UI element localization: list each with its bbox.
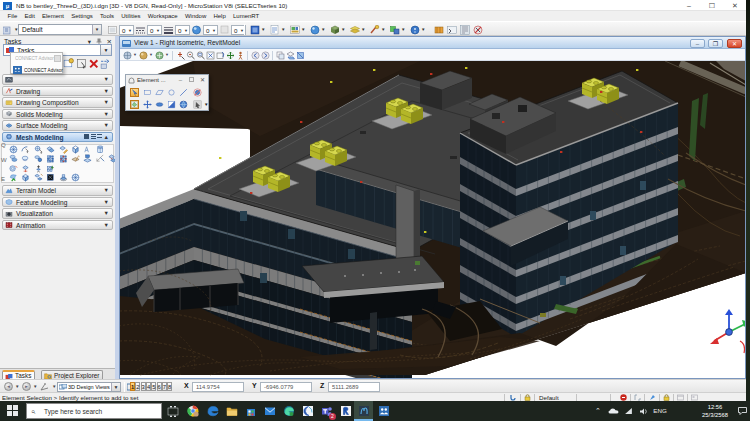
tray-chevron-icon[interactable]: ⌃ xyxy=(592,401,604,421)
delete-element-icon[interactable] xyxy=(88,58,99,69)
coord-y-value[interactable]: -6946.0779 xyxy=(260,382,312,392)
menu-file[interactable]: File xyxy=(4,11,21,21)
menu-workspace[interactable]: Workspace xyxy=(144,11,181,21)
dropdown-arrow-icon[interactable]: ▼ xyxy=(156,28,160,33)
point-clouds-icon[interactable] xyxy=(310,25,320,35)
menu-help[interactable]: Help xyxy=(210,11,230,21)
coord-z-value[interactable]: 5111.2689 xyxy=(328,382,380,392)
raster-manager-icon[interactable] xyxy=(290,25,300,35)
element-info-icon[interactable] xyxy=(370,25,380,35)
icon-view-list[interactable] xyxy=(91,134,96,139)
mesh-tool-icon-15[interactable] xyxy=(83,154,93,164)
taskbar-search-box[interactable]: ⌕ Type here to search xyxy=(26,403,162,419)
more-options-arrow-icon[interactable]: ▼ xyxy=(204,102,208,107)
active-line-weight-control-icon[interactable] xyxy=(164,25,174,35)
view-toggle-8[interactable]: 8 xyxy=(167,382,172,391)
expand-icon[interactable]: ▼ xyxy=(104,75,109,84)
back-button[interactable]: ◄ xyxy=(4,382,13,391)
active-color-control[interactable]: 0▼ xyxy=(119,25,134,35)
pointer-mode-icon[interactable] xyxy=(193,100,202,109)
icon-view-grid[interactable] xyxy=(84,134,89,139)
action-center-icon[interactable] xyxy=(738,407,747,415)
speaker-icon[interactable] xyxy=(640,408,648,415)
start-button[interactable] xyxy=(0,401,26,421)
select-all-icon[interactable] xyxy=(179,100,188,109)
expand-icon[interactable]: ▼ xyxy=(104,121,109,130)
view-group-arrow-icon[interactable]: ▼ xyxy=(111,383,120,391)
dropdown-arrow-icon[interactable]: ▼ xyxy=(281,27,285,32)
selection-set-icon[interactable] xyxy=(649,394,656,401)
fence-tool-icon[interactable] xyxy=(63,58,74,69)
dropdown-arrow-icon[interactable]: ▼ xyxy=(341,27,345,32)
menu-element[interactable]: Element xyxy=(38,11,67,21)
view-toggle-3[interactable]: 3 xyxy=(141,382,146,391)
menu-edit[interactable]: Edit xyxy=(21,11,39,21)
zoom-in-icon[interactable] xyxy=(176,51,185,60)
active-color-control-icon[interactable] xyxy=(108,25,118,35)
view-attributes-icon[interactable] xyxy=(155,51,164,60)
task-section-animation[interactable]: Animation▼ xyxy=(2,220,113,231)
copy-view-icon[interactable] xyxy=(276,51,285,60)
mesh-tool-icon-24[interactable] xyxy=(34,173,44,183)
mode-invert-icon[interactable] xyxy=(167,100,176,109)
revit-icon[interactable] xyxy=(336,401,355,421)
active-line-style-control-icon[interactable] xyxy=(136,25,146,35)
view-next-icon[interactable] xyxy=(261,51,270,60)
key-in-icon[interactable] xyxy=(447,25,457,35)
analyze-icon[interactable] xyxy=(460,25,470,35)
task-section-terrain-model[interactable]: Terrain Model▼ xyxy=(2,185,113,196)
onedrive-icon[interactable] xyxy=(608,408,619,414)
task-view-button[interactable] xyxy=(163,401,182,421)
element-template-icon[interactable] xyxy=(3,25,13,35)
view-minimize-button[interactable]: – xyxy=(690,39,705,48)
edge-icon[interactable] xyxy=(203,401,222,421)
expand-icon[interactable]: ▼ xyxy=(104,209,109,218)
view-restore-button[interactable]: ❐ xyxy=(708,39,723,48)
accudraw-icon[interactable] xyxy=(434,25,444,35)
menu-settings[interactable]: Settings xyxy=(68,11,97,21)
element-dialog-close-icon[interactable]: ✕ xyxy=(200,75,205,85)
presentation-icon[interactable] xyxy=(139,51,148,60)
view-group-dropdown[interactable]: 3D Design Views ▼ xyxy=(57,382,121,392)
dropdown-arrow-icon[interactable]: ▼ xyxy=(321,27,325,32)
link-sets-icon[interactable] xyxy=(390,25,400,35)
mesh-tool-icon-14[interactable] xyxy=(71,154,81,164)
task-section-visualization[interactable]: Visualization▼ xyxy=(2,208,113,219)
level-dropdown-arrow-icon[interactable]: ▼ xyxy=(92,25,101,34)
task-section-surface-modeling[interactable]: Surface Modeling▼ xyxy=(2,120,113,131)
edge-beta-icon[interactable] xyxy=(279,401,298,421)
fence-manipulate-icon[interactable] xyxy=(76,58,87,69)
help-icon[interactable] xyxy=(410,25,420,35)
window-area-icon[interactable] xyxy=(196,51,205,60)
walk-icon[interactable] xyxy=(236,51,245,60)
view-toggle-7[interactable]: 7 xyxy=(162,382,167,391)
mail-icon[interactable] xyxy=(260,401,279,421)
viewport-3d[interactable] xyxy=(120,61,745,378)
active-line-weight-control[interactable]: 0▼ xyxy=(175,25,190,35)
selection-pointer-icon[interactable] xyxy=(130,88,139,97)
task-section-feature-modeling[interactable]: Feature Modeling▼ xyxy=(2,197,113,208)
dropdown-arrow-icon[interactable]: ▼ xyxy=(212,28,216,33)
element-dialog-minimize-icon[interactable]: – xyxy=(179,75,182,85)
select-overlap-icon[interactable] xyxy=(130,100,139,109)
microsoft-store-icon[interactable] xyxy=(241,401,260,421)
view-toggle-2[interactable]: 2 xyxy=(135,382,140,391)
select-shape-icon[interactable] xyxy=(155,88,164,97)
maximize-button[interactable]: ☐ xyxy=(701,0,723,11)
microstation-icon[interactable] xyxy=(354,401,373,421)
minimize-button[interactable]: – xyxy=(678,0,700,11)
expand-icon[interactable]: ▼ xyxy=(104,221,109,230)
view-toggle-4[interactable]: 4 xyxy=(146,382,151,391)
expand-icon[interactable]: ▼ xyxy=(104,186,109,195)
rotate-view-icon[interactable] xyxy=(216,51,225,60)
expand-icon[interactable]: ▼ xyxy=(104,98,109,107)
clip-volume-icon[interactable] xyxy=(286,51,295,60)
dropdown-arrow-icon[interactable]: ▼ xyxy=(361,27,365,32)
select-circle-icon[interactable] xyxy=(167,88,176,97)
mode-subtract-icon[interactable] xyxy=(155,100,164,109)
view-previous-icon[interactable] xyxy=(251,51,260,60)
view-toggle-5[interactable]: 5 xyxy=(151,382,156,391)
zoom-out-icon[interactable] xyxy=(186,51,195,60)
expand-icon[interactable]: ▼ xyxy=(104,198,109,207)
level-display-icon[interactable] xyxy=(350,25,360,35)
